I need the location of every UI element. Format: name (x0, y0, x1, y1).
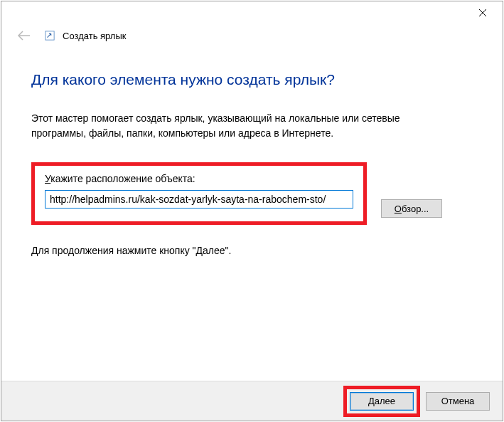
cancel-label: Отмена (441, 396, 475, 406)
browse-button[interactable]: Обзор... (381, 199, 442, 218)
browse-accelerator: О (395, 204, 402, 214)
location-input-label: Укажите расположение объекта: (45, 173, 353, 184)
label-rest: кажите расположение объекта: (50, 173, 195, 184)
wizard-title: Создать ярлык (63, 31, 126, 41)
back-arrow-icon (17, 28, 31, 43)
description-text: Этот мастер помогает создать ярлык, указ… (31, 111, 473, 141)
next-button[interactable]: Далее (350, 392, 414, 411)
next-rest: алее (375, 396, 395, 406)
next-highlight-annotation: Далее (343, 386, 420, 417)
header-row: Создать ярлык (1, 26, 503, 46)
browse-rest: бзор... (402, 204, 429, 214)
footer-bar: Далее Отмена (1, 381, 503, 421)
location-input[interactable] (45, 190, 353, 209)
description-line1: Этот мастер помогает создать ярлык, указ… (31, 112, 400, 124)
svg-rect-3 (45, 31, 54, 40)
titlebar (1, 1, 503, 24)
close-button[interactable] (473, 6, 493, 21)
description-line2: программы, файлы, папки, компьютеры или … (31, 127, 333, 139)
input-highlight-annotation: Укажите расположение объекта: (31, 162, 367, 225)
continue-instruction: Для продолжения нажмите кнопку "Далее". (31, 245, 473, 256)
create-shortcut-wizard: Создать ярлык Для какого элемента нужно … (1, 1, 503, 421)
shortcut-icon (44, 30, 55, 41)
page-heading: Для какого элемента нужно создать ярлык? (31, 71, 473, 88)
wizard-body: Для какого элемента нужно создать ярлык?… (1, 46, 503, 381)
cancel-button[interactable]: Отмена (426, 392, 490, 411)
next-accelerator: Д (368, 396, 375, 406)
